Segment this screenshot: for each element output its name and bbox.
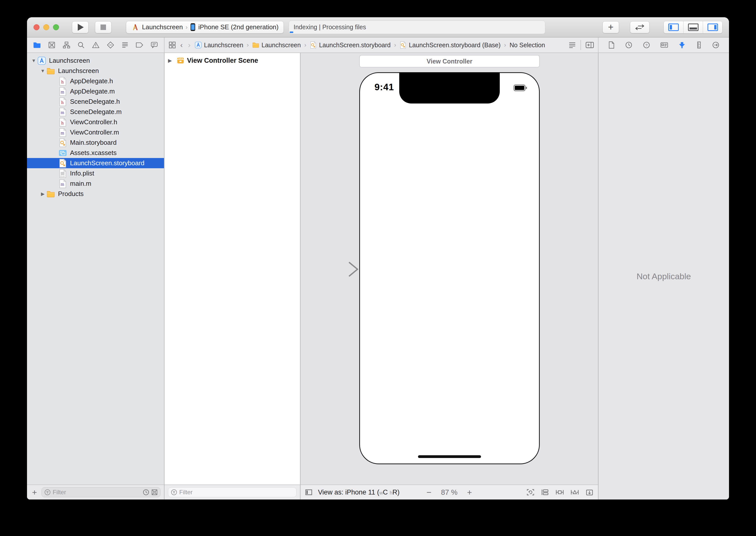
svg-text:h: h [61,79,64,84]
quick-help-inspector-icon[interactable]: ? [643,41,650,49]
stop-button[interactable] [95,21,112,33]
navigator-filter-field[interactable] [42,487,160,497]
editor-options-icon[interactable] [569,42,576,48]
view-as-control[interactable]: View as: iPhone 11 (wC hR) [318,488,400,496]
resolve-layout-issues-icon[interactable] [585,488,594,496]
disclosure-triangle[interactable]: ▼ [39,68,47,74]
editor-orientation-button[interactable] [630,21,649,33]
back-button[interactable]: ‹ [179,41,184,49]
toggle-inspector-button[interactable] [703,21,722,33]
breadcrumb-item[interactable]: LaunchScreen.storyboard [310,41,390,49]
issue-navigator-icon[interactable] [92,41,100,49]
file-tree-row[interactable]: mAppDelegate.m [27,86,164,96]
breakpoint-navigator-icon[interactable] [136,42,144,48]
scene-row[interactable]: ▶ View Controller Scene [165,53,300,64]
zoom-level[interactable]: 87 % [441,488,457,496]
related-items-icon[interactable] [169,41,176,49]
source-control-navigator-icon[interactable] [48,41,55,49]
file-tree-row[interactable]: hSceneDelegate.h [27,96,164,107]
embed-in-stack-icon[interactable] [541,488,549,496]
storyboard-entry-point-arrow[interactable] [311,260,361,278]
outline-filter-field[interactable] [168,487,297,497]
project-icon [195,41,202,49]
breadcrumb-label: Launchscreen [261,42,301,49]
outline-filter-input[interactable] [179,489,294,496]
file-inspector-icon[interactable] [608,41,615,49]
zoom-in-button[interactable]: + [467,487,472,497]
navigator-filter-input[interactable] [53,489,141,496]
run-button[interactable] [72,21,88,33]
battery-icon [513,84,527,91]
disclosure-triangle[interactable]: ▶ [39,191,47,197]
add-editor-icon[interactable] [585,42,594,49]
file-tree-row[interactable]: ▼Launchscreen [27,66,164,76]
file-name: main.m [70,180,91,187]
file-tree-row[interactable]: PLISTInfo.plist [27,168,164,179]
view-controller-device-frame[interactable]: 9:41 [359,72,540,464]
minimize-window-button[interactable] [43,24,49,30]
file-tree-row[interactable]: mSceneDelegate.m [27,107,164,117]
forward-button[interactable]: › [187,41,191,49]
breadcrumb-item[interactable]: No Selection [509,42,545,49]
svg-text:h: h [61,100,64,105]
find-navigator-icon[interactable] [77,41,85,49]
file-tree-row[interactable]: ▼Launchscreen [27,55,164,66]
test-navigator-icon[interactable] [107,41,114,49]
navigator-tab-strip [27,38,164,52]
project-navigator-icon[interactable] [33,42,41,49]
view-controller-header[interactable]: View Controller [359,55,540,68]
toggle-navigator-button[interactable] [664,21,683,33]
align-icon[interactable] [571,488,579,496]
m-file-icon: m [58,87,67,96]
panel-toggle-group [664,21,722,34]
file-tree-row[interactable]: hViewController.h [27,117,164,127]
file-tree-row[interactable]: mmain.m [27,179,164,189]
identity-inspector-icon[interactable] [660,42,668,49]
zoom-out-button[interactable]: − [426,487,432,497]
storyboard-file-icon [58,159,67,168]
toggle-debug-area-button[interactable] [683,21,703,33]
file-tree-row[interactable]: ▶Products [27,189,164,199]
report-navigator-icon[interactable] [150,41,158,49]
debug-navigator-icon[interactable] [121,41,129,49]
activity-status-text: Indexing | Processing files [293,23,366,31]
status-bar-time: 9:41 [375,82,394,92]
file-tree-row[interactable]: hAppDelegate.h [27,76,164,86]
storyboard-canvas[interactable]: View Controller 9:41 [301,53,598,499]
connections-inspector-icon[interactable] [712,41,719,49]
breadcrumb-label: LaunchScreen.storyboard (Base) [409,42,501,49]
recent-files-filter-icon[interactable] [143,489,149,495]
svg-text:m: m [61,89,64,94]
zoom-window-button[interactable] [53,24,59,30]
activity-viewer: Indexing | Processing files [289,20,545,34]
play-icon [78,24,84,31]
view-controller-title: View Controller [427,58,473,65]
history-inspector-icon[interactable] [625,41,633,49]
size-inspector-icon[interactable] [696,41,702,49]
file-tree-row[interactable]: mViewController.m [27,127,164,138]
add-constraints-icon[interactable] [555,488,564,496]
file-name: Info.plist [70,170,94,177]
toggle-outline-icon[interactable] [305,489,312,495]
library-button[interactable]: + [603,21,619,33]
breadcrumb-item[interactable]: Launchscreen [252,41,301,49]
disclosure-triangle[interactable]: ▶ [168,57,174,63]
attributes-inspector-icon[interactable] [678,41,686,49]
source-control-filter-icon[interactable] [151,489,158,495]
file-tree-row[interactable]: Main.storyboard [27,138,164,148]
file-tree-row[interactable]: LaunchScreen.storyboard [27,158,164,168]
add-file-button[interactable]: + [30,487,39,497]
file-tree-row[interactable]: Assets.xcassets [27,148,164,158]
breadcrumb-item[interactable]: LaunchScreen.storyboard (Base) [400,41,501,49]
breadcrumb-item[interactable]: Launchscreen [195,41,243,49]
file-name: AppDelegate.m [70,87,115,95]
scheme-selector[interactable]: Launchscreen › iPhone SE (2nd generation… [126,21,284,34]
update-frames-icon[interactable] [527,488,535,496]
navigator-panel-icon [668,23,679,31]
svg-text:m: m [61,130,64,136]
svg-text:m: m [61,110,64,115]
close-window-button[interactable] [34,24,40,30]
disclosure-triangle[interactable]: ▼ [30,58,38,63]
symbol-navigator-icon[interactable] [62,41,71,49]
storyboard-icon [400,41,407,49]
